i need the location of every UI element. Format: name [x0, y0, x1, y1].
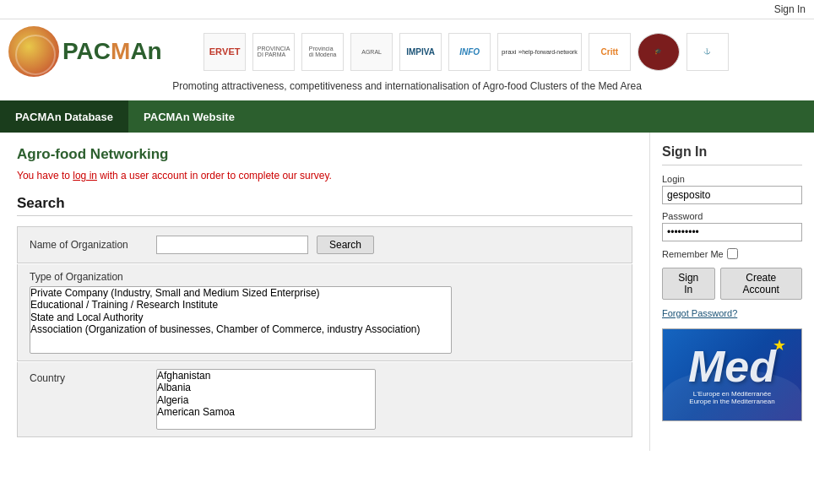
signin-buttons: Sign In Create Account [662, 268, 802, 300]
partner-impiva: IMPIVA [399, 33, 442, 71]
login-link[interactable]: log in [73, 170, 97, 182]
forgot-password-link[interactable]: Forgot Password? [662, 308, 802, 318]
partner-univ2: ⚓ [686, 33, 729, 71]
org-type-label: Type of Organization [30, 271, 620, 283]
nav-database[interactable]: PACMAn Database [0, 100, 128, 133]
right-panel: Sign In Login Password Remember Me Sign … [649, 133, 814, 451]
signin-button[interactable]: Sign In [662, 268, 715, 300]
name-of-org-section: Name of Organization Search [17, 226, 632, 263]
logo-globe-icon [8, 26, 59, 77]
top-bar: Sign In [0, 0, 814, 19]
nav-bar: PACMAn Database PACMAn Website [0, 100, 814, 133]
logo-pacman: PACMAn [8, 26, 127, 77]
remember-me-label: Remember Me [662, 249, 724, 259]
section-title: Agro-food Networking [17, 146, 632, 163]
signin-form: Login Password Remember Me Sign In Creat… [662, 174, 802, 318]
org-name-input[interactable] [156, 236, 308, 254]
search-button[interactable]: Search [317, 236, 374, 254]
country-option-american-samoa[interactable]: American Samoa [157, 406, 375, 418]
country-option-afghanistan[interactable]: Afghanistan [157, 370, 375, 382]
login-input[interactable] [662, 186, 802, 204]
org-type-option-private[interactable]: Private Company (Industry, Small and Med… [30, 287, 451, 299]
partner-modena: Provinciadi Modena [301, 33, 344, 71]
country-select[interactable]: Afghanistan Albania Algeria American Sam… [156, 369, 376, 430]
password-input[interactable] [662, 223, 802, 241]
org-type-section: Type of Organization Private Company (In… [17, 264, 632, 361]
password-label: Password [662, 211, 802, 221]
org-type-select[interactable]: Private Company (Industry, Small and Med… [30, 286, 452, 354]
partner-agral: AGRAL [350, 33, 393, 71]
signin-title: Sign In [662, 144, 802, 165]
logo-area: PACMAn [8, 26, 127, 77]
med-logo-text: Med [688, 344, 776, 388]
org-name-label: Name of Organization [30, 239, 148, 251]
country-label: Country [30, 369, 148, 384]
left-panel: Agro-food Networking You have to log in … [0, 133, 649, 451]
partner-univ1: 🎓 [638, 33, 680, 71]
med-subtitle-line1: L'Europe en Méditerranée Europe in the M… [689, 390, 774, 405]
country-option-albania[interactable]: Albania [157, 382, 375, 393]
partner-critt: Critt [589, 33, 631, 71]
org-type-option-state[interactable]: State and Local Authority [30, 312, 451, 323]
topbar-signin-link[interactable]: Sign In [774, 3, 806, 15]
login-notice: You have to log in with a user account i… [17, 170, 632, 182]
main-content: Agro-food Networking You have to log in … [0, 133, 814, 451]
partner-praxi: praxi »help-forward-network [497, 33, 582, 71]
tagline: Promoting attractiveness, competitivenes… [8, 77, 806, 97]
partner-parma: PROVINCIADI PARMA [252, 33, 295, 71]
header-top: PACMAn ERVET PROVINCIADI PARMA Provincia… [8, 26, 806, 77]
name-of-org-row: Name of Organization Search [30, 236, 620, 254]
org-type-option-edu[interactable]: Educational / Training / Research Instit… [30, 299, 451, 311]
org-type-option-assoc[interactable]: Association (Organization of businesses,… [30, 323, 451, 335]
country-row: Country Afghanistan Albania Algeria Amer… [30, 369, 620, 430]
header: PACMAn ERVET PROVINCIADI PARMA Provincia… [0, 19, 814, 100]
create-account-button[interactable]: Create Account [720, 268, 802, 300]
med-banner: ★ Med L'Europe en Méditerranée Europe in… [662, 328, 802, 421]
partner-logos: ERVET PROVINCIADI PARMA Provinciadi Mode… [127, 33, 806, 71]
remember-me-checkbox[interactable] [727, 248, 738, 259]
partner-info: INFO [448, 33, 491, 71]
remember-me-row: Remember Me [662, 248, 802, 259]
partner-ervet: ERVET [204, 33, 246, 71]
search-title: Search [17, 195, 632, 216]
nav-website[interactable]: PACMAn Website [128, 100, 250, 133]
login-label: Login [662, 174, 802, 184]
country-option-algeria[interactable]: Algeria [157, 394, 375, 406]
country-section: Country Afghanistan Albania Algeria Amer… [17, 362, 632, 437]
